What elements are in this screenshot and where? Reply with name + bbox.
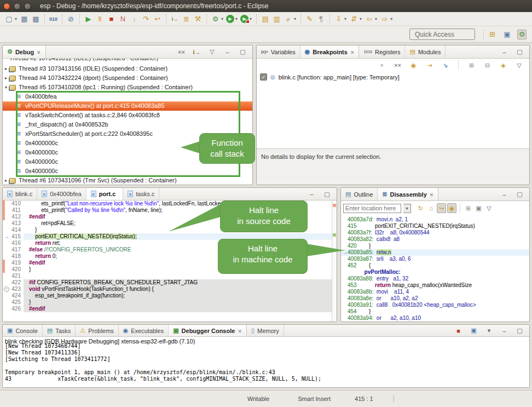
expand-arrow-icon[interactable] <box>3 73 9 83</box>
overview-ruler[interactable] <box>332 200 337 322</box>
disassembly-line[interactable]: 420 } <box>341 243 529 249</box>
tab-blink-c[interactable]: c blink.c <box>3 188 37 200</box>
tab-disassembly[interactable]: ≣ Disassembly <box>378 188 438 200</box>
terminate-console-icon[interactable]: ■ <box>454 326 463 336</box>
run-button[interactable]: ▶ <box>226 15 234 23</box>
console-menu-caret[interactable]: ▾ <box>484 326 494 336</box>
cpp-perspective-button[interactable]: ▣ <box>502 30 512 39</box>
tab-modules[interactable]: ▤ Modules <box>405 45 446 58</box>
quick-access-field[interactable]: Quick Access <box>409 28 475 40</box>
step-over-button[interactable]: ↷ <box>141 14 151 24</box>
disassembly-line[interactable]: 452 { <box>341 262 529 269</box>
link-with-debug-icon[interactable]: ⇘ <box>441 60 450 70</box>
refresh-icon[interactable]: ↻ <box>416 203 425 213</box>
code-line[interactable]: 422#if CONFIG_FREERTOS_BREAK_ON_SCHEDULE… <box>3 279 337 286</box>
disassembly-line[interactable]: 40083a85: retw.n <box>341 249 529 256</box>
close-icon[interactable] <box>37 49 41 55</box>
disassembly-line[interactable]: 40083a91: call8 0x40081b20 <heap_caps_ma… <box>341 302 529 308</box>
step-into-button[interactable]: ↓ <box>130 14 139 24</box>
view-menu-icon[interactable]: ▽ <box>514 60 524 70</box>
minimize-button[interactable]: – <box>500 326 509 336</box>
tab-breakpoints[interactable]: ◉ Breakpoints <box>300 45 360 58</box>
open-new-view-icon[interactable]: ⊞ <box>464 203 473 213</box>
maximize-button[interactable]: ▢ <box>515 326 524 336</box>
stack-frame[interactable]: 0x4000bfea <box>3 92 252 101</box>
disassembly-line[interactable]: 454 } <box>341 308 529 315</box>
disassembly-listing[interactable]: 40083a7d: movi.n a2, 1415 portEXIT_CRITI… <box>341 215 529 322</box>
open-element-button[interactable]: ▥ <box>272 14 281 24</box>
code-line[interactable]: 423void vPortFirstTaskHook(TaskFunction_… <box>3 286 337 293</box>
debug-button[interactable]: ⚙ <box>211 14 220 24</box>
maximize-button[interactable]: ▢ <box>238 47 247 57</box>
new-wizard-button-menu-caret[interactable]: ▾ <box>15 16 17 21</box>
external-tools-button[interactable]: ▶ <box>240 15 248 23</box>
external-tools-button-menu-caret[interactable]: ▾ <box>250 16 252 21</box>
tab-problems[interactable]: ⚠ Problems <box>76 325 118 336</box>
close-icon[interactable] <box>430 191 434 198</box>
disassembly-line[interactable]: 40083a82: callx8 a8 <box>341 236 529 243</box>
maximize-button[interactable]: ▢ <box>322 189 332 199</box>
tab-0x4000bfea[interactable]: c 0x4000bfea <box>37 188 86 200</box>
location-dropdown-icon[interactable]: ▼ <box>403 204 411 213</box>
thread-row[interactable]: Thread #5 1073410208 (ipc1 : Running) (S… <box>3 83 252 92</box>
new-wizard-button[interactable]: ▢ <box>4 14 14 24</box>
remove-all-terminated-icon[interactable]: ×× <box>177 47 186 57</box>
disassembly-line[interactable]: 40083a7d: movi.n a2, 1 <box>341 216 529 223</box>
instruction-pointer-icon[interactable] <box>3 233 9 240</box>
stack-frame[interactable]: vTaskSwitchContext() at tasks.c:2,846 0x… <box>3 111 252 120</box>
display-console-icon[interactable]: ▣ <box>469 326 478 336</box>
view-menu-icon[interactable]: ▽ <box>484 203 494 213</box>
expand-arrow-icon[interactable] <box>3 64 9 73</box>
show-console-button[interactable]: ≣ <box>182 14 191 24</box>
forward-button[interactable]: ⇨ <box>380 14 389 24</box>
close-icon[interactable] <box>350 49 355 55</box>
code-line[interactable]: 425} <box>3 299 337 306</box>
stack-frame[interactable]: _frxt_dispatch() at 0x4008532b <box>3 120 252 129</box>
close-icon[interactable] <box>238 328 242 334</box>
search-button[interactable]: ⌕ <box>284 14 293 24</box>
last-edit-location-button[interactable]: ⇩ <box>334 14 343 24</box>
location-input[interactable] <box>343 204 401 213</box>
annotation-navigation-button-menu-caret[interactable]: ▾ <box>360 16 362 21</box>
thread-row[interactable]: Thread #3 1073413156 (IDLE) (Suspended :… <box>3 64 252 73</box>
use-step-filters-button[interactable]: ⚒ <box>193 14 203 24</box>
minimize-button[interactable]: – <box>223 47 232 57</box>
collapse-all-icon[interactable]: ⊟ <box>483 60 492 70</box>
minimize-window-button[interactable] <box>14 3 21 10</box>
disassembly-line[interactable]: 40083a87: srli a3, a0, 6 <box>341 256 529 262</box>
new-project-button[interactable]: ▤ <box>261 14 270 24</box>
open-perspective-button[interactable]: ⊞ <box>488 30 497 39</box>
minimize-button[interactable]: – <box>307 189 316 199</box>
terminate-button[interactable]: ■ <box>107 14 116 24</box>
code-line[interactable]: 424 esp_set_breakpoint_if_jtag(function)… <box>3 293 337 299</box>
mark-occurrences-button[interactable]: ✎ <box>305 14 314 24</box>
disassembly-line[interactable]: 40083a8e: or a10, a2, a2 <box>341 295 529 302</box>
home-icon[interactable]: ⌂ <box>426 203 436 213</box>
tab-outline[interactable]: ▤ Outline <box>341 188 378 200</box>
disassembly-line[interactable]: 40083a94: or a2, a10, a10 <box>341 315 529 322</box>
save-all-button[interactable]: ▩ <box>31 14 41 24</box>
minimize-button[interactable]: – <box>500 190 509 199</box>
debug-perspective-button[interactable]: ⚙ <box>517 30 527 39</box>
stack-frame[interactable]: vPortCPUReleaseMutex() at port.c:415 0x4… <box>3 101 252 111</box>
pin-view-icon[interactable]: ▣ <box>474 203 483 213</box>
close-button[interactable] <box>3 3 10 10</box>
remove-selected-icon[interactable]: × <box>377 60 386 70</box>
debug-button-menu-caret[interactable]: ▾ <box>221 16 223 21</box>
disconnect-button[interactable]: N <box>118 14 128 24</box>
instruction-stepping-button[interactable]: i→ <box>170 14 180 24</box>
suspend-button[interactable]: Ⅱ <box>95 14 105 24</box>
show-whitespace-button[interactable]: ¶ <box>316 14 326 24</box>
thread-row[interactable]: Thread #2 1073413312 (IDLE) (Suspended :… <box>3 59 252 64</box>
run-button-menu-caret[interactable]: ▾ <box>235 16 238 21</box>
tab-console[interactable]: ▣ Console <box>3 325 43 336</box>
maximize-button[interactable]: ▢ <box>515 190 524 199</box>
save-button[interactable]: ▦ <box>20 14 29 24</box>
tab-debugger-console[interactable]: ▣ Debugger Console <box>169 325 247 336</box>
tab-executables[interactable]: ◉ Executables <box>119 325 169 336</box>
disassembly-line[interactable]: 40083a7f: l32r a8, 0x40080544 <box>341 230 529 236</box>
disassembly-line[interactable]: 40083a88: entry a1, 32 <box>341 276 529 282</box>
instruction-stepping-icon[interactable]: i→ <box>192 47 201 57</box>
sync-context-icon[interactable]: ↪ <box>437 203 446 213</box>
group-by-icon[interactable]: ◈ <box>499 60 508 70</box>
